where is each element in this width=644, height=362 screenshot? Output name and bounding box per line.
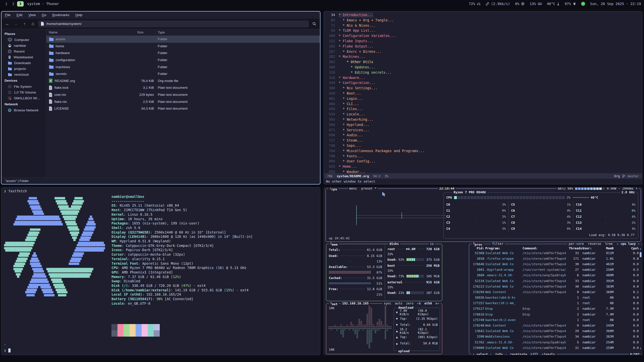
process-row[interactable]: 2601.Hyprland-wrapp/run/current-system/s… [469,267,642,273]
sidebar-item-browse-network[interactable]: Browse Network [2,107,46,113]
proc-header-graph[interactable] [615,246,628,248]
footer-button-info[interactable]: info ↵ [495,352,506,355]
file-row-home[interactable]: homeFolder [46,43,320,50]
sidebar-item-nextcloud[interactable]: nextcloud [2,72,46,77]
proc-header-MemB[interactable]: MemB [599,246,614,250]
org-heading-line[interactable]: 65* Emacs + Org + Tangle... [326,18,641,23]
tray-module[interactable]: 97% [565,2,576,6]
org-heading-line[interactable]: 316* Hardware... [326,75,641,80]
menu-item-view[interactable]: View [28,13,36,17]
process-row[interactable]: 52134Isolated Web Co/nix/store/sm8fmrf3w… [469,278,642,284]
org-heading-line[interactable]: 584* Hyprland... [326,122,641,127]
scrollbar-thumb[interactable] [640,252,641,257]
org-heading-line[interactable]: 799* Fonts... [326,154,641,159]
tray-module[interactable]: 0% [515,2,525,6]
proc-option-tree[interactable]: tree [605,242,613,246]
sidebar-item-nambiar[interactable]: nambiar [2,43,46,49]
workspace-button-1[interactable]: 1 [3,1,10,7]
column-header-name[interactable]: Name [46,30,135,34]
file-row-flake-nix[interactable]: flake.nix2,5 KiBPlain text document [46,98,320,105]
menu-button[interactable]: menu [349,187,357,190]
menu-item-edit[interactable]: Edit [17,13,22,17]
path-bar[interactable]: /home/nambiar/system/ [38,20,309,27]
file-row-secrets[interactable]: secretsFolder [46,70,320,77]
net-option-auto[interactable]: auto [395,301,403,305]
tray-module[interactable]: 46°C [547,2,560,6]
process-row[interactable]: 51762.emacs-31.0.50-/nix/store/wnqz5pa8r… [469,339,642,345]
process-row[interactable]: 52368Isolated Web Co/nix/store/sm8fmrf3w… [469,250,642,256]
process-row[interactable]: 3390WebExtensions/nix/store/sm8fmrf3wps4… [469,334,642,339]
file-row-machines[interactable]: machinesFolder [46,63,320,70]
process-row[interactable]: 178248Web Content/nix/store/sm8fmrf3wps4… [469,323,642,328]
proc-header-Command[interactable]: Command: [522,246,568,250]
sidebar-item-file-system[interactable]: File System [2,84,46,89]
sidebar-item-wastebasket[interactable]: Wastebasket [2,54,46,60]
file-row-readme-org[interactable]: README.org76,4 KiBOrg-mode file [46,77,320,84]
org-heading-line[interactable]: 310* Editing secrets... [326,70,641,75]
footer-button-signals[interactable]: signals [542,352,555,355]
scroll-down-arrow[interactable]: ↓ [639,346,641,350]
org-heading-line[interactable]: 93* TLDR App List... [326,28,641,33]
org-heading-line[interactable]: 162* Flake Output... [326,44,641,49]
sidebar-item-downloads[interactable]: Downloads [2,60,46,66]
status-ok-icon[interactable]: ✓ [581,2,585,6]
net-option-n[interactable]: n→ [435,301,439,305]
home-button[interactable]: ⌂ [30,21,36,27]
interval-minus[interactable]: - [618,187,620,190]
sidebar-item-recent[interactable]: Recent [2,49,46,54]
org-heading-line[interactable]: 698* Audio... [326,132,641,138]
org-heading-line[interactable]: 384* Nix Settings... [326,85,641,91]
proc-box-title[interactable]: 4proc [472,242,484,246]
tray-module[interactable]: 72% [469,2,480,6]
process-row[interactable]: 176646Isolated Web Co/nix/store/sm8fmrf3… [469,261,642,267]
process-row[interactable]: 176000Isolated Web Co/nix/store/sm8fmrf3… [469,345,642,350]
workspace-button-3[interactable]: 3 [17,1,24,7]
menu-item-go[interactable]: Go [42,13,46,17]
filter-button[interactable]: filter [491,242,505,246]
org-heading-line[interactable]: 825* Home... [326,164,641,169]
proc-option-reverse[interactable]: reverse [588,242,601,246]
org-heading-line[interactable]: 71* Nix & Nixos... [326,23,641,28]
sidebar-item-1-0-tb-volume[interactable]: 1,0 TB Volume [2,89,46,95]
file-row-hardware[interactable]: hardwareFolder [46,50,320,57]
net-option-eth0[interactable]: eth0 [424,301,432,305]
menu-item-file[interactable]: File [5,13,11,17]
tray-module[interactable]: (2.9kb/s) [486,2,510,6]
preset-button[interactable]: preset * [361,187,376,190]
process-row[interactable]: 2658.firefox-wrappe/nix/store/sm8fmrf3wp… [469,256,642,261]
org-heading-line[interactable]: 764* Miscellaneous Packages and Programs… [326,148,641,154]
net-option-zero[interactable]: zero [406,301,414,305]
sidebar-item-smallbox-wi-[interactable]: SMALLBOX Wi... [2,95,46,101]
file-row-license[interactable]: LICENSE34,3 KiBPlain text document [46,105,320,112]
proc-option-per-core[interactable]: per-core [569,242,584,246]
proc-header-User[interactable]: User: [580,246,598,250]
footer-button-select[interactable]: ↑ select ↓ [473,352,492,355]
workspace-button-2[interactable]: 2 [10,1,17,7]
net-box-title[interactable]: 3net [329,301,339,306]
scroll-up-arrow[interactable]: ↑ [639,247,641,251]
process-row[interactable]: 176223Isolated Web Co/nix/store/sm8fmrf3… [469,284,642,289]
org-heading-line[interactable]: 717* Steam... [326,138,641,143]
search-icon[interactable] [311,21,317,27]
process-row[interactable]: 13642Isolated Web Co/nix/store/sm8fmrf3w… [469,328,642,334]
org-heading-line[interactable]: 121* Flake Inputs... [326,38,641,44]
clock-date[interactable]: Sun, 28 Sep 2025 - 22:19 [590,2,641,6]
shell-prompt-current[interactable]: ❯ [4,348,11,352]
menu-item-bookmarks[interactable]: Bookmarks [52,13,69,17]
up-button[interactable]: ↑ [21,21,28,27]
file-row-user-nix[interactable]: user.nix229 bytesPlain text document [46,91,320,98]
menu-item-help[interactable]: Help [75,13,83,17]
footer-button-kill[interactable]: kill [531,352,538,355]
org-heading-line[interactable]: 484* CLI... [326,101,641,107]
org-heading-line[interactable]: 563* Networking... [326,117,641,122]
org-heading-line[interactable]: 282* Machines... [326,54,641,59]
file-row-flake-lock[interactable]: flake.lock3,1 KiBPlain text document [46,84,320,91]
column-header-size[interactable]: Size [135,30,155,34]
proc-header-Program[interactable]: Program: [485,246,521,250]
org-heading-line[interactable]: 303* Other Utils [326,59,641,65]
proc-header-Cpu%[interactable]: Cpu% [630,246,639,250]
cpu-box-title[interactable]: 1cpu [328,187,338,191]
back-button[interactable]: ← [4,21,11,27]
org-heading-line[interactable]: 428* Boot... [326,91,641,96]
process-row[interactable]: 175749kworker/6:2-even1root0B0.0 [469,317,642,323]
